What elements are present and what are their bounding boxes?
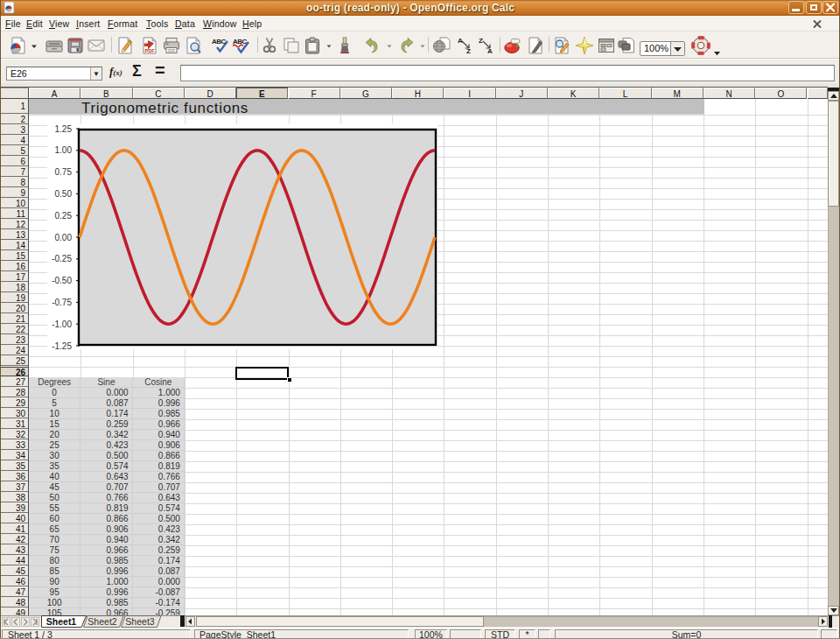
svg-text:Sheet2: Sheet2 <box>88 616 116 627</box>
svg-text:-0.25: -0.25 <box>52 254 72 263</box>
svg-text:Sheet3: Sheet3 <box>125 616 154 627</box>
svg-text:-1.25: -1.25 <box>52 341 72 350</box>
svg-text:-1.00: -1.00 <box>52 320 72 329</box>
svg-text:0.25: 0.25 <box>55 211 73 221</box>
svg-text:PDF: PDF <box>145 48 156 53</box>
svg-text:Sheet1: Sheet1 <box>46 616 77 627</box>
svg-text:0.50: 0.50 <box>55 189 73 199</box>
svg-text:A: A <box>458 37 463 45</box>
svg-text:0.75: 0.75 <box>55 167 73 177</box>
svg-text:Z: Z <box>479 37 483 45</box>
svg-text:ABC: ABC <box>233 38 248 46</box>
svg-text:-0.50: -0.50 <box>52 276 72 285</box>
svg-text:1.25: 1.25 <box>55 124 73 134</box>
svg-text:1.00: 1.00 <box>55 145 73 155</box>
svg-text:0.00: 0.00 <box>55 233 73 242</box>
svg-text:-0.75: -0.75 <box>52 298 72 307</box>
